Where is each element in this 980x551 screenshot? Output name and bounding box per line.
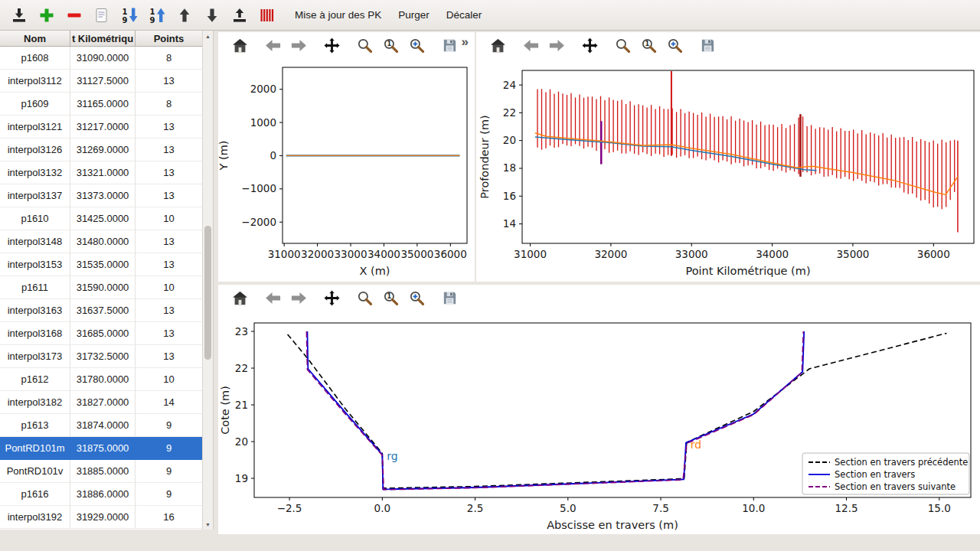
svg-text:35000: 35000 [836, 248, 869, 260]
table-row[interactable]: PontRD101m31875.00009 [0, 437, 203, 460]
plot-xy-canvas[interactable]: 310003200033000340003500036000−2000−1000… [218, 58, 475, 282]
column-header-nom[interactable]: Nom [0, 31, 70, 46]
cell-nom: PontRD101m [0, 437, 70, 460]
save-button[interactable] [439, 287, 460, 308]
svg-text:20: 20 [503, 134, 516, 146]
scroll-handle[interactable] [204, 226, 211, 360]
update-pk-action[interactable]: Mise à jour des PK [286, 5, 390, 25]
zoom-rect-button[interactable] [664, 34, 685, 56]
add-section-button[interactable] [35, 4, 58, 27]
svg-text:X (m): X (m) [360, 265, 390, 277]
cell-nom: interpol3137 [0, 184, 70, 207]
back-icon [264, 289, 282, 307]
column-header-points[interactable]: Points [136, 31, 203, 46]
edit-section-button[interactable] [90, 4, 113, 27]
home-icon [231, 289, 249, 307]
table-row[interactable]: p161031425.000010 [0, 207, 203, 230]
svg-text:7.5: 7.5 [652, 502, 668, 514]
cell-nom: p1613 [0, 414, 70, 437]
forward-button[interactable] [288, 34, 309, 56]
back-button[interactable] [262, 287, 283, 308]
cell-points: 13 [136, 345, 203, 368]
zoom-button[interactable] [354, 34, 375, 56]
zoom-button[interactable] [612, 34, 633, 56]
cell-pk: 31886.0000 [70, 483, 136, 506]
plot-profondeur-canvas[interactable]: 3100032000330003400035000360001416182022… [476, 58, 980, 282]
svg-text:32000: 32000 [594, 248, 627, 260]
cell-nom: PontRD101v [0, 460, 70, 483]
table-row[interactable]: p160831090.00008 [0, 47, 203, 70]
table-row[interactable]: interpol318231827.000014 [0, 391, 203, 414]
table-row[interactable]: PontRD101v31885.00009 [0, 460, 203, 483]
svg-text:Cote (m): Cote (m) [219, 386, 231, 435]
table-row[interactable]: p161131590.000010 [0, 276, 203, 299]
sort-ascending-button[interactable]: 19 [145, 4, 168, 27]
zoom-original-button[interactable]: 1 [380, 34, 401, 56]
pan-button[interactable] [321, 34, 342, 56]
export-button[interactable] [228, 4, 251, 27]
red-comb-icon [258, 6, 276, 24]
table-row[interactable]: p161631886.00009 [0, 483, 203, 506]
forward-button[interactable] [546, 34, 567, 56]
sort-descending-button[interactable]: 19 [118, 4, 141, 27]
cell-points: 13 [136, 139, 203, 161]
zoom-button[interactable] [354, 287, 375, 308]
cell-points: 8 [136, 93, 203, 116]
purge-action[interactable]: Purger [390, 5, 438, 25]
sort-asc-icon: 19 [148, 6, 166, 24]
table-row[interactable]: interpol314831480.000013 [0, 230, 203, 253]
forward-button[interactable] [288, 287, 309, 308]
column-header-pk[interactable]: t Kilométriqu [70, 31, 136, 46]
save-button[interactable] [697, 34, 718, 56]
table-row[interactable]: p161331874.00009 [0, 414, 203, 437]
svg-text:2.5: 2.5 [467, 502, 483, 514]
toolbar-overflow-button[interactable]: » [462, 34, 469, 50]
display-sections-button[interactable] [256, 4, 279, 27]
svg-text:15.0: 15.0 [928, 502, 951, 514]
back-button[interactable] [520, 34, 541, 56]
cell-points: 16 [136, 506, 203, 529]
table-row[interactable]: p161231780.000010 [0, 368, 203, 391]
remove-section-button[interactable] [63, 4, 86, 27]
back-icon [522, 37, 540, 54]
zoom-original-button[interactable]: 1 [380, 287, 401, 308]
pan-button[interactable] [321, 287, 342, 308]
home-button[interactable] [229, 287, 250, 308]
home-button[interactable] [229, 34, 250, 56]
cell-nom: interpol3163 [0, 299, 70, 322]
table-row[interactable]: interpol319231929.000016 [0, 506, 203, 529]
table-row[interactable]: p160931165.00008 [0, 93, 203, 116]
import-button[interactable] [8, 4, 31, 27]
table-row[interactable]: interpol313731373.000013 [0, 184, 203, 207]
cell-points: 13 [136, 230, 203, 253]
move-down-button[interactable] [201, 4, 224, 27]
scroll-down-button[interactable]: ▼ [203, 519, 213, 530]
zoom-original-button[interactable]: 1 [638, 34, 659, 56]
scroll-up-button[interactable]: ▲ [203, 31, 213, 41]
zoom-rect-button[interactable] [406, 287, 427, 308]
zoom-rect-button[interactable] [406, 34, 427, 56]
minus-icon [65, 6, 83, 24]
back-button[interactable] [262, 34, 283, 56]
table-row[interactable]: interpol316831685.000013 [0, 322, 203, 345]
arrow-up-icon [175, 6, 194, 24]
table-row[interactable]: interpol312631269.000013 [0, 139, 203, 161]
table-row[interactable]: interpol313231321.000013 [0, 161, 203, 184]
forward-icon [290, 289, 308, 307]
cell-points: 9 [136, 437, 203, 460]
table-row[interactable]: interpol311231127.500013 [0, 70, 203, 93]
pan-button[interactable] [579, 34, 600, 56]
cell-nom: interpol3182 [0, 391, 70, 414]
cell-pk: 31425.0000 [70, 207, 136, 230]
move-up-button[interactable] [173, 4, 196, 27]
plot-section-canvas[interactable]: −2.50.02.55.07.510.012.515.01920212223Ab… [218, 311, 980, 534]
table-scrollbar[interactable]: ▲ ▼ [202, 31, 213, 530]
shift-action[interactable]: Décaler [438, 5, 491, 25]
save-button[interactable] [439, 34, 460, 56]
svg-text:16: 16 [503, 190, 516, 202]
table-row[interactable]: interpol315331535.000013 [0, 253, 203, 276]
table-row[interactable]: interpol312131217.000013 [0, 116, 203, 139]
table-row[interactable]: interpol316331637.500013 [0, 299, 203, 322]
table-row[interactable]: interpol317331732.500013 [0, 345, 203, 368]
home-button[interactable] [487, 34, 508, 56]
